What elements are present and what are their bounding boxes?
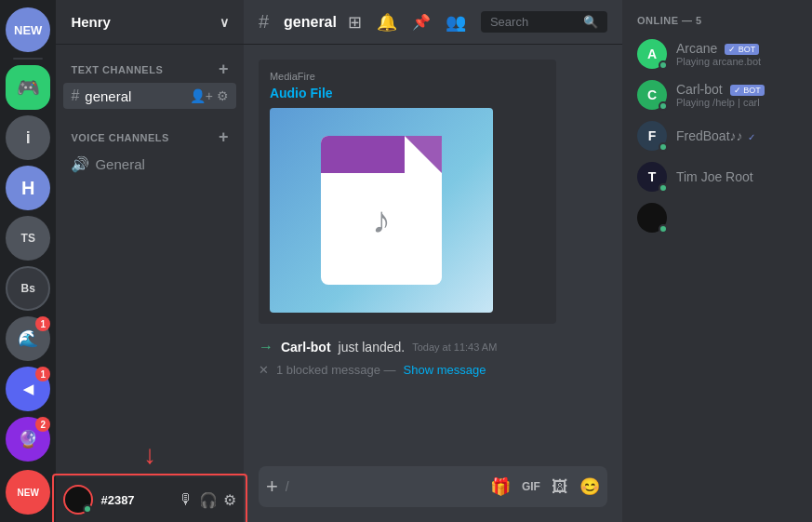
message-timestamp: Today at 11:43 AM [412,341,497,353]
system-message-carlbot: → Carl-bot just landed. Today at 11:43 A… [259,339,607,355]
server-icon-h[interactable]: H [6,166,50,210]
add-text-channel-button[interactable]: + [219,60,229,79]
channel-sidebar: Henry ∨ TEXT CHANNELS + # general 👤+ ⚙ V… [56,0,243,522]
arcane-status [659,60,668,70]
user-info: #2387 [100,493,134,507]
message-input-container: + 🎁 GIF 🖼 😊 [259,466,607,507]
member-info-arcane: Arcane ✓ BOT Playing arcane.bot [676,41,761,67]
embed-provider: MediaFire [270,71,545,82]
server-icon-green[interactable]: 🎮 [6,65,50,110]
pin-icon[interactable]: 📌 [412,13,431,31]
server-icon-purple[interactable]: 🔮 2 [6,417,50,462]
channel-item-general[interactable]: # general 👤+ ⚙ [63,83,235,109]
fredboat-status [659,142,668,152]
x-icon: ✕ [259,363,269,377]
member-name-fredboat: FredBoat♪♪ ✓ [676,128,755,143]
member-avatar-carlbot: C [637,80,667,110]
mute-icon[interactable]: 🎙 [179,491,193,509]
gift-icon[interactable]: 🎁 [490,476,511,497]
channel-hash-icon: # [259,11,269,33]
search-text: Search [490,15,578,29]
member-item-unknown[interactable] [630,197,805,238]
media-embed: MediaFire Audio File ♪ [259,60,556,324]
main-chat-area: # general ⊞ 🔔 📌 👥 Search 🔍 MediaFire Aud… [244,0,622,522]
members-sidebar: ONLINE — 5 A Arcane ✓ BOT Playing arcane… [622,0,812,522]
member-item-arcane[interactable]: A Arcane ✓ BOT Playing arcane.bot [630,33,805,74]
user-settings-icon[interactable]: ⚙ [223,491,236,509]
member-name-timjoe: Tim Joe Root [676,169,753,184]
add-content-button[interactable]: + [266,475,278,499]
server-name-bar[interactable]: Henry ∨ [56,0,243,45]
verified-icon-fredboat: ✓ [748,132,755,142]
server-separator [13,58,43,60]
text-channel-icon: # [71,87,79,104]
server-icon-wave[interactable]: 🌊 1 [6,316,50,361]
red-arrow-indicator: ↓ [143,440,156,470]
chat-channel-name: general [284,14,337,31]
voice-channels-label: VOICE CHANNELS [71,132,168,143]
image-upload-icon[interactable]: 🖼 [552,477,568,497]
member-item-fredboat[interactable]: F FredBoat♪♪ ✓ [630,115,805,156]
message-input[interactable] [286,479,483,494]
audio-thumbnail: ♪ [270,108,493,313]
voice-channel-icon: 🔊 [71,155,89,173]
user-controls: 🎙 🎧 ⚙ [179,491,236,509]
bell-icon[interactable]: 🔔 [377,12,397,33]
member-name-carlbot: Carl-bot ✓ BOT [676,82,765,97]
members-section-header: ONLINE — 5 [630,15,805,26]
hashtag-grid-icon[interactable]: ⊞ [348,12,362,33]
server-icon-ts[interactable]: TS [6,216,50,261]
discord-home-icon[interactable]: NEW [6,7,50,52]
arrow-right-icon: → [259,339,273,355]
add-voice-channel-button[interactable]: + [219,127,229,147]
blocked-text: 1 blocked message — [276,363,396,377]
member-info-fredboat: FredBoat♪♪ ✓ [676,128,755,143]
music-note-icon: ♪ [372,199,391,241]
bot-tag-arcane: ✓ BOT [725,44,759,55]
emoji-icon[interactable]: 😊 [579,476,600,497]
user-avatar [63,485,93,515]
unknown-status [659,224,668,234]
show-message-link[interactable]: Show message [404,363,486,377]
blocked-message: ✕ 1 blocked message — Show message [259,363,607,377]
carlbot-status [659,101,668,111]
member-avatar-timjoe: T [637,162,667,192]
channel-item-general-voice[interactable]: 🔊 General [63,151,235,178]
header-icons: ⊞ 🔔 📌 👥 Search 🔍 [348,11,607,33]
text-channels-section: TEXT CHANNELS + # general 👤+ ⚙ [56,45,243,113]
server-icon-bs[interactable]: Bs [6,266,50,311]
user-status-online [83,504,92,514]
user-panel: ↓ #2387 🎙 🎧 ⚙ [56,477,243,522]
search-box[interactable]: Search 🔍 [481,11,607,33]
server-icon-i[interactable]: i [6,115,50,160]
message-input-bar: + 🎁 GIF 🖼 😊 [244,466,622,522]
member-item-carlbot[interactable]: C Carl-bot ✓ BOT Playing /help | carl [630,74,805,115]
bot-name-carlbot: Carl-bot [281,340,331,355]
voice-channels-section: VOICE CHANNELS + 🔊 General [56,113,243,181]
server-icon-new[interactable]: NEW [6,470,50,515]
deafen-icon[interactable]: 🎧 [199,491,218,509]
member-item-timjoe[interactable]: T Tim Joe Root [630,156,805,197]
system-message-text: just landed. [339,340,406,355]
voice-channel-name: General [95,156,144,172]
server-badge-blue: 1 [35,367,50,381]
member-subtext-arcane: Playing arcane.bot [676,56,761,67]
member-avatar-unknown [637,203,667,233]
chat-messages: MediaFire Audio File ♪ → Carl-bot just l… [244,45,622,466]
voice-channels-header[interactable]: VOICE CHANNELS + [63,127,235,147]
members-icon[interactable]: 👥 [446,12,466,33]
channel-name-general: general [85,88,131,104]
server-sidebar: NEW 🎮 i H TS Bs 🌊 1 ◀ 1 🔮 2 NEW [0,0,56,522]
text-channels-header[interactable]: TEXT CHANNELS + [63,60,235,79]
member-info-carlbot: Carl-bot ✓ BOT Playing /help | carl [676,82,765,108]
add-user-icon[interactable]: 👤+ [190,88,213,103]
embed-title: Audio File [270,86,545,100]
settings-icon[interactable]: ⚙ [217,88,229,103]
input-icons: 🎁 GIF 🖼 😊 [490,476,600,497]
timjoe-status [659,183,668,193]
server-badge-purple: 2 [35,417,50,432]
server-icon-blue[interactable]: ◀ 1 [6,367,50,411]
member-subtext-carlbot: Playing /help | carl [676,97,765,108]
gif-icon[interactable]: GIF [522,480,540,493]
server-badge-1: 1 [35,316,50,331]
